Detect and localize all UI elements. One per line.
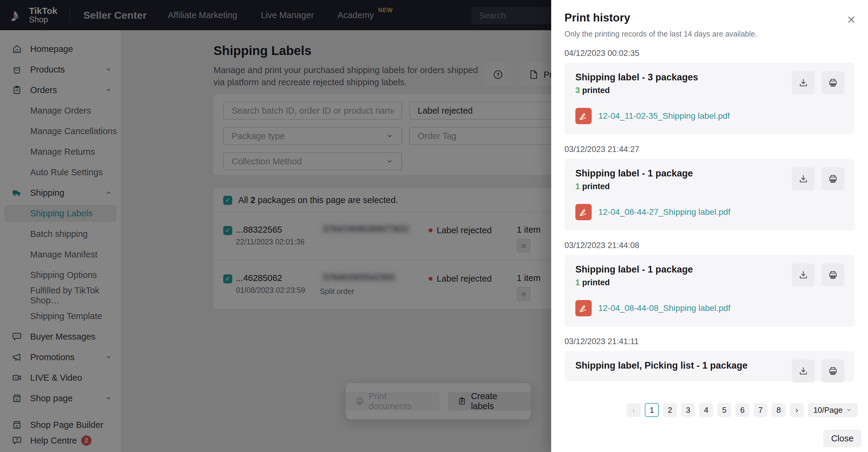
print-button[interactable] — [822, 168, 844, 190]
page-button[interactable]: 7 — [753, 403, 768, 417]
panel-subtitle: Only the printing records of the last 14… — [564, 30, 855, 38]
pdf-file-link[interactable]: 12-04_08-44-08_Shipping label.pdf — [575, 300, 844, 317]
print-history-entry: Shipping label, Picking list - 1 package — [564, 351, 855, 381]
previous-page-button[interactable]: ‹ — [627, 403, 641, 417]
pdf-icon — [575, 204, 592, 220]
close-icon[interactable]: ✕ — [847, 14, 856, 25]
print-button[interactable] — [822, 360, 844, 383]
entry-title: Shipping label, Picking list - 1 package — [575, 360, 787, 371]
print-button[interactable] — [822, 71, 844, 94]
printer-icon — [828, 174, 838, 184]
download-icon — [798, 270, 808, 280]
chevron-down-icon — [846, 407, 852, 413]
page-size-select[interactable]: 10/Page — [808, 403, 858, 417]
download-button[interactable] — [792, 168, 815, 190]
next-page-button[interactable]: › — [790, 403, 804, 417]
page-button[interactable]: 2 — [663, 403, 677, 417]
entry-title: Shipping label - 1 package — [575, 264, 787, 275]
pdf-icon — [575, 300, 592, 317]
print-history-panel: ✕ Print history Only the printing record… — [551, 0, 868, 452]
entry-timestamp: 03/12/2023 21:44:08 — [564, 241, 855, 250]
download-icon — [798, 366, 808, 376]
panel-footer: ‹ 1 2 3 4 5 6 7 8 › 10/Page Close — [551, 396, 868, 452]
page-button[interactable]: 6 — [736, 403, 749, 417]
pdf-file-link[interactable]: 12-04_08-44-27_Shipping label.pdf — [575, 204, 844, 220]
print-button[interactable] — [822, 264, 844, 287]
page-button[interactable]: 8 — [772, 403, 785, 417]
page-button[interactable]: 4 — [699, 403, 713, 417]
printer-icon — [828, 366, 838, 376]
download-button[interactable] — [792, 71, 815, 94]
print-history-entry: Shipping label - 3 packages 3 printed 12… — [564, 63, 855, 134]
print-history-entry: Shipping label - 1 package 1 printed 12-… — [564, 255, 855, 327]
printer-icon — [828, 270, 838, 280]
modal-backdrop[interactable] — [0, 0, 551, 452]
pdf-icon — [575, 108, 592, 124]
download-icon — [798, 174, 808, 184]
pdf-file-link[interactable]: 12-04_11-02-35_Shipping label.pdf — [575, 108, 844, 124]
entry-title: Shipping label - 3 packages — [575, 72, 787, 83]
pagination: ‹ 1 2 3 4 5 6 7 8 › 10/Page — [627, 403, 858, 417]
page-button[interactable]: 5 — [717, 403, 731, 417]
page-button[interactable]: 3 — [681, 403, 695, 417]
entry-timestamp: 03/12/2023 21:44:27 — [564, 145, 855, 154]
download-button[interactable] — [792, 264, 815, 287]
entry-timestamp: 04/12/2023 00:02:35 — [564, 49, 855, 58]
entry-timestamp: 03/12/2023 21:41:11 — [564, 337, 855, 346]
page-button[interactable]: 1 — [645, 403, 659, 417]
entry-title: Shipping label - 1 package — [575, 168, 787, 179]
printer-icon — [828, 78, 838, 88]
download-button[interactable] — [792, 360, 815, 383]
close-button[interactable]: Close — [823, 430, 861, 447]
download-icon — [798, 78, 808, 88]
print-history-entry: Shipping label - 1 package 1 printed 12-… — [564, 159, 855, 231]
panel-title: Print history — [564, 11, 855, 24]
